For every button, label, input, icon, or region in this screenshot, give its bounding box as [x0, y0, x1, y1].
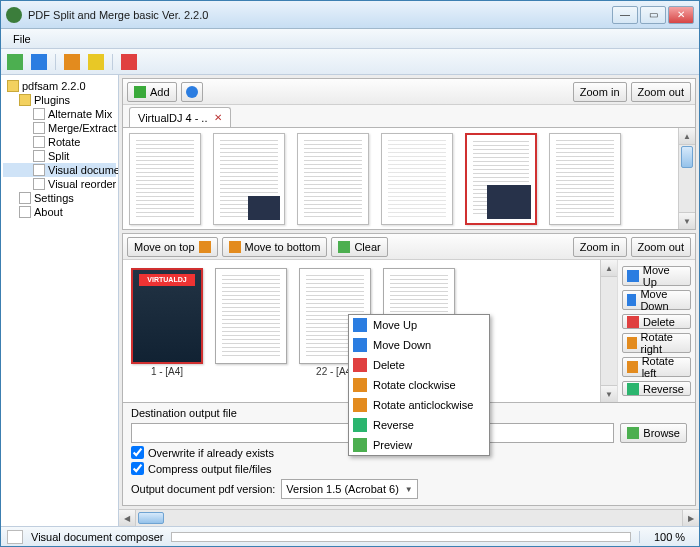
comp-page-1[interactable]: VIRTUALDJ 1 - [A4] [131, 268, 203, 377]
arrow-down-icon [627, 294, 636, 306]
arrow-down-icon [353, 338, 367, 352]
delete-icon [627, 316, 639, 328]
rotate-cw-icon [353, 378, 367, 392]
status-indicator [7, 530, 23, 544]
clear-button[interactable]: Clear [331, 237, 387, 257]
ctx-delete[interactable]: Delete [349, 355, 489, 375]
compress-label: Compress output file/files [148, 463, 272, 475]
scroll-down-icon[interactable]: ▼ [601, 385, 617, 402]
toolbar-open-icon[interactable] [7, 54, 23, 70]
overwrite-checkbox[interactable] [131, 446, 144, 459]
page-icon [33, 122, 45, 134]
arrow-up-icon [353, 318, 367, 332]
comp-zoom-in-button[interactable]: Zoom in [573, 237, 627, 257]
pdf-version-select[interactable]: Version 1.5 (Acrobat 6)▼ [281, 479, 417, 499]
side-move-up-button[interactable]: Move Up [622, 266, 691, 286]
tree-root[interactable]: pdfsam 2.2.0 [3, 79, 116, 93]
ctx-rotate-acw[interactable]: Rotate anticlockwise [349, 395, 489, 415]
statusbar: Visual document composer 100 % [1, 526, 699, 546]
toolbar-log-icon[interactable] [64, 54, 80, 70]
page-icon [33, 164, 45, 176]
app-window: PDF Split and Merge basic Ver. 2.2.0 — ▭… [0, 0, 700, 547]
browse-button[interactable]: Browse [620, 423, 687, 443]
tree-settings[interactable]: Settings [3, 191, 116, 205]
source-scrollbar[interactable]: ▲ ▼ [678, 128, 695, 229]
tree-item-merge[interactable]: Merge/Extract [3, 121, 116, 135]
side-delete-button[interactable]: Delete [622, 314, 691, 329]
folder-icon [19, 94, 31, 106]
toolbar-save-icon[interactable] [31, 54, 47, 70]
comp-page-2[interactable] [215, 268, 287, 366]
source-page-2[interactable] [213, 133, 285, 225]
source-page-4[interactable] [381, 133, 453, 225]
source-thumbnails: ▲ ▼ [123, 127, 695, 229]
add-button[interactable]: Add [127, 82, 177, 102]
move-bottom-icon [229, 241, 241, 253]
titlebar: PDF Split and Merge basic Ver. 2.2.0 — ▭… [1, 1, 699, 29]
tree-plugins[interactable]: Plugins [3, 93, 116, 107]
close-button[interactable]: ✕ [668, 6, 694, 24]
tree-about[interactable]: About [3, 205, 116, 219]
source-page-3[interactable] [297, 133, 369, 225]
rotate-left-icon [627, 361, 638, 373]
minimize-button[interactable]: — [612, 6, 638, 24]
comp-scrollbar[interactable]: ▲ ▼ [600, 260, 617, 402]
horizontal-scrollbar[interactable]: ◀ ▶ [119, 509, 699, 526]
page-caption: 1 - [A4] [151, 366, 183, 377]
ctx-move-down[interactable]: Move Down [349, 335, 489, 355]
ctx-reverse[interactable]: Reverse [349, 415, 489, 435]
scroll-up-icon[interactable]: ▲ [679, 128, 695, 145]
version-label: Output document pdf version: [131, 483, 275, 495]
composition-side-buttons: Move Up Move Down Delete Rotate right Ro… [617, 260, 695, 402]
zoom-out-button[interactable]: Zoom out [631, 82, 691, 102]
toolbar-clear-icon[interactable] [88, 54, 104, 70]
toolbar-exit-icon[interactable] [121, 54, 137, 70]
plus-icon [134, 86, 146, 98]
source-page-5[interactable] [465, 133, 537, 225]
folder-icon [7, 80, 19, 92]
ctx-move-up[interactable]: Move Up [349, 315, 489, 335]
info-button[interactable] [181, 82, 203, 102]
scroll-up-icon[interactable]: ▲ [601, 260, 617, 277]
ctx-preview[interactable]: Preview [349, 435, 489, 455]
move-top-button[interactable]: Move on top [127, 237, 218, 257]
arrow-up-icon [627, 270, 639, 282]
progress-percent: 100 % [639, 531, 693, 543]
move-bottom-button[interactable]: Move to bottom [222, 237, 328, 257]
status-text: Visual document composer [31, 531, 163, 543]
side-rotate-left-button[interactable]: Rotate left [622, 357, 691, 377]
scroll-left-icon[interactable]: ◀ [119, 510, 136, 526]
scroll-thumb[interactable] [681, 146, 693, 168]
side-rotate-right-button[interactable]: Rotate right [622, 333, 691, 353]
reverse-icon [627, 383, 639, 395]
tree-item-visual-document[interactable]: Visual document [3, 163, 116, 177]
rotate-acw-icon [353, 398, 367, 412]
tree-item-altmix[interactable]: Alternate Mix [3, 107, 116, 121]
move-top-icon [199, 241, 211, 253]
scroll-down-icon[interactable]: ▼ [679, 212, 695, 229]
tree-item-visual-reorder[interactable]: Visual reorder [3, 177, 116, 191]
clear-icon [338, 241, 350, 253]
reverse-icon [353, 418, 367, 432]
scroll-right-icon[interactable]: ▶ [682, 510, 699, 526]
page-icon [33, 108, 45, 120]
side-move-down-button[interactable]: Move Down [622, 290, 691, 310]
progress-bar [171, 532, 631, 542]
info-icon [186, 86, 198, 98]
tree-item-split[interactable]: Split [3, 149, 116, 163]
compress-checkbox[interactable] [131, 462, 144, 475]
scroll-thumb[interactable] [138, 512, 164, 524]
zoom-in-button[interactable]: Zoom in [573, 82, 627, 102]
tree-item-rotate[interactable]: Rotate [3, 135, 116, 149]
comp-zoom-out-button[interactable]: Zoom out [631, 237, 691, 257]
source-page-1[interactable] [129, 133, 201, 225]
source-page-6[interactable] [549, 133, 621, 225]
maximize-button[interactable]: ▭ [640, 6, 666, 24]
document-tab[interactable]: VirtualDJ 4 - ..✕ [129, 107, 231, 127]
side-reverse-button[interactable]: Reverse [622, 381, 691, 396]
virtualdj-logo: VIRTUALDJ [139, 274, 195, 286]
overwrite-label: Overwrite if already exists [148, 447, 274, 459]
ctx-rotate-cw[interactable]: Rotate clockwise [349, 375, 489, 395]
tab-close-icon[interactable]: ✕ [214, 112, 222, 123]
menu-file[interactable]: File [7, 31, 37, 47]
